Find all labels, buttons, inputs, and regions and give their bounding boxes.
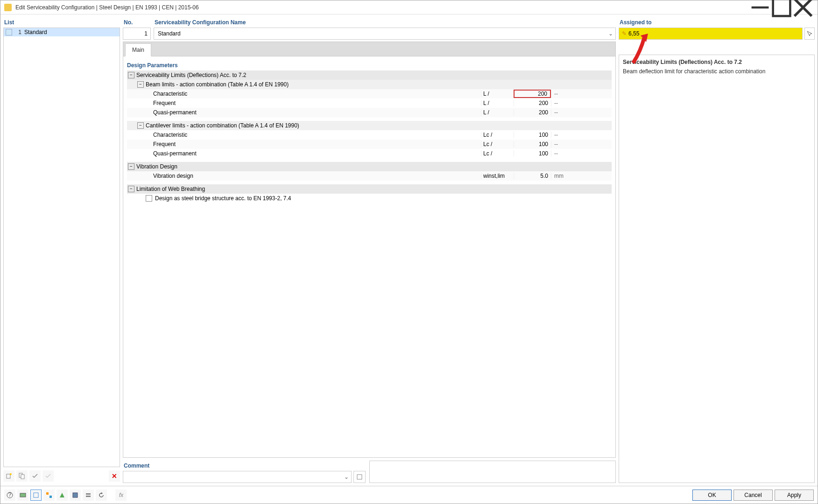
svg-rect-12 — [34, 493, 38, 497]
collapse-icon[interactable]: − — [128, 163, 134, 170]
steel-bridge-checkbox[interactable] — [146, 195, 152, 202]
svg-rect-4 — [7, 474, 10, 478]
svg-rect-14 — [49, 496, 52, 498]
pick-in-view-button[interactable] — [804, 28, 815, 40]
apply-button[interactable]: Apply — [775, 490, 814, 501]
collapse-icon[interactable]: − — [137, 81, 144, 88]
svg-rect-15 — [73, 493, 78, 497]
minimize-button[interactable] — [749, 0, 771, 14]
svg-rect-16 — [86, 493, 91, 495]
name-label: Serviceability Configuration Name — [154, 17, 616, 28]
assigned-value: 6,55 — [628, 30, 639, 37]
view-button[interactable] — [30, 490, 42, 501]
param-row[interactable]: Characteristic Lc / 100 -- — [127, 130, 612, 140]
close-button[interactable] — [792, 0, 814, 14]
comment-pick-button[interactable] — [353, 471, 366, 483]
new-button[interactable] — [3, 470, 14, 482]
design-parameters-header: Design Parameters — [127, 60, 612, 70]
comment-input[interactable]: ⌄ — [123, 471, 352, 483]
reset-button[interactable] — [96, 490, 107, 501]
svg-rect-11 — [20, 493, 26, 497]
list-item-icon — [6, 29, 12, 35]
assigned-label: Assigned to — [619, 17, 815, 28]
settings-button[interactable] — [83, 490, 94, 501]
web-breathing-group[interactable]: − Limitation of Web Breathing — [127, 184, 612, 194]
info-panel: Serviceability Limits (Deflections) Acc.… — [619, 55, 815, 483]
collapse-icon[interactable]: − — [128, 186, 134, 192]
check-button[interactable] — [29, 470, 41, 482]
name-select[interactable]: Standard ⌄ — [154, 28, 616, 40]
list-item-label: Standard — [24, 29, 47, 35]
param-row[interactable]: Design as steel bridge structure acc. to… — [127, 194, 612, 203]
collapse-icon[interactable]: − — [128, 72, 134, 78]
function-button[interactable]: fx — [115, 490, 127, 501]
tab-main[interactable]: Main — [125, 43, 151, 56]
export-button[interactable] — [56, 490, 68, 501]
maximize-button[interactable] — [771, 0, 792, 14]
vibration-design-group[interactable]: − Vibration Design — [127, 162, 612, 171]
param-row[interactable]: Quasi-permanent Lc / 100 -- — [127, 149, 612, 158]
copy-button[interactable] — [16, 470, 28, 482]
save-button[interactable] — [70, 490, 81, 501]
svg-rect-17 — [86, 496, 91, 497]
cantilever-limits-group[interactable]: − Cantilever limits - action combination… — [127, 121, 612, 130]
svg-text:fx: fx — [119, 492, 124, 498]
units-button[interactable] — [17, 490, 28, 501]
no-input[interactable] — [123, 28, 151, 40]
titlebar: Edit Serviceability Configuration | Stee… — [0, 0, 818, 14]
list-header: List — [3, 17, 120, 28]
param-row[interactable]: Characteristic L / 200 -- — [127, 89, 612, 98]
chevron-down-icon: ⌄ — [606, 30, 615, 37]
info-title: Serviceability Limits (Deflections) Acc.… — [623, 59, 811, 65]
chevron-down-icon: ⌄ — [342, 474, 351, 480]
tabs: Main — [123, 42, 616, 56]
svg-rect-13 — [46, 492, 49, 495]
member-icon: ✎ — [622, 30, 627, 37]
list-item[interactable]: 1 Standard — [4, 28, 120, 36]
no-label: No. — [123, 17, 151, 28]
param-row[interactable]: Vibration design winst,lim 5.0 mm — [127, 171, 612, 181]
svg-rect-8 — [357, 475, 362, 479]
list-item-number: 1 — [15, 29, 21, 35]
cancel-button[interactable]: Cancel — [733, 490, 773, 501]
comment-label: Comment — [123, 461, 366, 471]
svg-point-5 — [10, 473, 12, 475]
characteristic-value[interactable]: 200 — [514, 90, 551, 98]
assigned-input[interactable]: ✎ 6,55 — [619, 28, 803, 40]
svg-rect-1 — [773, 0, 790, 16]
serviceability-limits-group[interactable]: − Serviceability Limits (Deflections) Ac… — [127, 70, 612, 80]
param-row[interactable]: Frequent Lc / 100 -- — [127, 140, 612, 149]
config-list[interactable]: 1 Standard — [3, 28, 120, 467]
app-icon — [4, 4, 12, 11]
delete-button[interactable]: ✕ — [109, 470, 120, 482]
svg-text:?: ? — [8, 492, 12, 498]
beam-limits-group[interactable]: − Beam limits - action combination (Tabl… — [127, 80, 612, 89]
ok-button[interactable]: OK — [692, 490, 732, 501]
param-row[interactable]: Quasi-permanent L / 200 -- — [127, 108, 612, 117]
param-row[interactable]: Frequent L / 200 -- — [127, 98, 612, 108]
uncheck-button[interactable] — [42, 470, 54, 482]
collapse-icon[interactable]: − — [137, 122, 144, 129]
preview-box — [369, 461, 616, 483]
help-button[interactable]: ? — [4, 490, 15, 501]
tree-button[interactable] — [43, 490, 55, 501]
name-value: Standard — [154, 30, 606, 37]
svg-rect-7 — [21, 475, 24, 479]
info-text: Beam deflection limit for characteristic… — [623, 68, 811, 75]
window-title: Edit Serviceability Configuration | Stee… — [15, 4, 199, 11]
